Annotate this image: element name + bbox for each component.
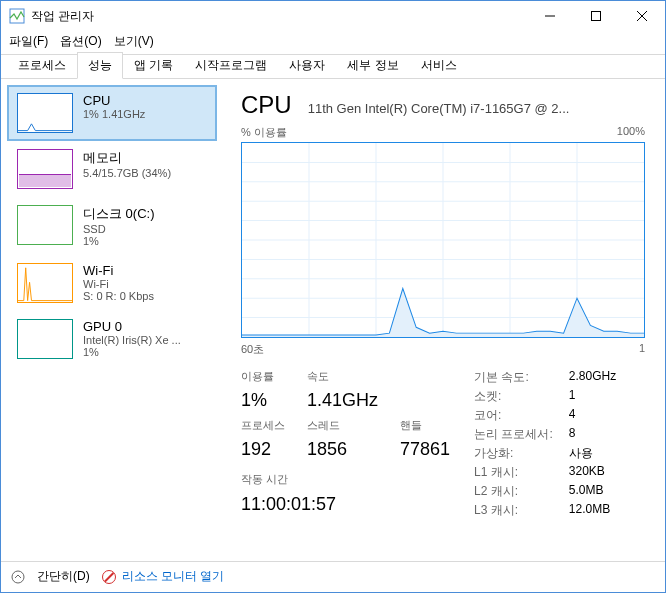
uptime-label: 작동 시간 — [241, 472, 450, 491]
sidebar-item-gpu[interactable]: GPU 0 Intel(R) Iris(R) Xe ... 1% — [7, 311, 217, 367]
cpu-model: 11th Gen Intel(R) Core(TM) i7-1165G7 @ 2… — [308, 101, 570, 116]
sidebar-mem-sub: 5.4/15.7GB (34%) — [83, 167, 207, 179]
sidebar-disk-sub1: SSD — [83, 223, 207, 235]
disk-thumb-icon — [17, 205, 73, 245]
handle-label: 핸들 — [400, 418, 450, 437]
sidebar-cpu-name: CPU — [83, 93, 207, 108]
menu-view[interactable]: 보기(V) — [114, 33, 154, 50]
minimize-button[interactable] — [527, 1, 573, 31]
sidebar-item-cpu[interactable]: CPU 1% 1.41GHz — [7, 85, 217, 141]
thread-value: 1856 — [307, 439, 378, 464]
util-value: 1% — [241, 390, 285, 415]
gpu-thumb-icon — [17, 319, 73, 359]
cores-key: 코어: — [474, 407, 553, 424]
app-icon — [9, 8, 25, 24]
chart-ymax: 100% — [617, 125, 645, 140]
resmon-icon — [102, 570, 116, 584]
cores-val: 4 — [569, 407, 616, 424]
sidebar-mem-name: 메모리 — [83, 149, 207, 167]
cpu-thumb-icon — [17, 93, 73, 133]
l3-key: L3 캐시: — [474, 502, 553, 519]
tab-processes[interactable]: 프로세스 — [7, 52, 77, 79]
svg-rect-1 — [592, 12, 601, 21]
basespeed-val: 2.80GHz — [569, 369, 616, 386]
speed-value: 1.41GHz — [307, 390, 378, 415]
virt-key: 가상화: — [474, 445, 553, 462]
l2-val: 5.0MB — [569, 483, 616, 500]
logical-key: 논리 프로세서: — [474, 426, 553, 443]
cpu-chart — [241, 142, 645, 338]
util-label: 이용률 — [241, 369, 285, 388]
resource-monitor-link[interactable]: 리소스 모니터 열기 — [122, 568, 225, 585]
svg-point-16 — [12, 571, 24, 583]
tab-app-history[interactable]: 앱 기록 — [123, 52, 184, 79]
tab-startup[interactable]: 시작프로그램 — [184, 52, 278, 79]
sidebar-disk-sub2: 1% — [83, 235, 207, 247]
chevron-up-icon — [11, 570, 25, 584]
titlebar: 작업 관리자 — [1, 1, 665, 31]
l2-key: L2 캐시: — [474, 483, 553, 500]
main-title: CPU — [241, 91, 292, 119]
memory-thumb-icon — [17, 149, 73, 189]
sidebar-item-memory[interactable]: 메모리 5.4/15.7GB (34%) — [7, 141, 217, 197]
sidebar-item-disk[interactable]: 디스크 0(C:) SSD 1% — [7, 197, 217, 255]
chart-xleft: 60초 — [241, 342, 264, 357]
l3-val: 12.0MB — [569, 502, 616, 519]
sockets-val: 1 — [569, 388, 616, 405]
sidebar-gpu-sub2: 1% — [83, 346, 207, 358]
sidebar-cpu-sub: 1% 1.41GHz — [83, 108, 207, 120]
logical-val: 8 — [569, 426, 616, 443]
thread-label: 스레드 — [307, 418, 378, 437]
sidebar-wifi-sub2: S: 0 R: 0 Kbps — [83, 290, 207, 302]
tab-performance[interactable]: 성능 — [77, 52, 123, 79]
tab-details[interactable]: 세부 정보 — [336, 52, 409, 79]
window-title: 작업 관리자 — [31, 8, 527, 25]
sidebar-item-wifi[interactable]: Wi-Fi Wi-Fi S: 0 R: 0 Kbps — [7, 255, 217, 311]
footer: 간단히(D) 리소스 모니터 열기 — [1, 561, 665, 591]
brief-button[interactable]: 간단히(D) — [37, 568, 90, 585]
tab-services[interactable]: 서비스 — [410, 52, 468, 79]
chart-xright: 1 — [639, 342, 645, 357]
main-panel: CPU 11th Gen Intel(R) Core(TM) i7-1165G7… — [217, 79, 665, 561]
menu-option[interactable]: 옵션(O) — [60, 33, 101, 50]
chart-ylabel: % 이용률 — [241, 125, 287, 140]
handle-value: 77861 — [400, 439, 450, 464]
speed-label: 속도 — [307, 369, 378, 388]
uptime-value: 11:00:01:57 — [241, 494, 450, 519]
maximize-button[interactable] — [573, 1, 619, 31]
close-button[interactable] — [619, 1, 665, 31]
proc-value: 192 — [241, 439, 285, 464]
tabs: 프로세스 성능 앱 기록 시작프로그램 사용자 세부 정보 서비스 — [1, 55, 665, 79]
sidebar-wifi-name: Wi-Fi — [83, 263, 207, 278]
sidebar: CPU 1% 1.41GHz 메모리 5.4/15.7GB (34%) 디스크 … — [1, 79, 217, 561]
sidebar-disk-name: 디스크 0(C:) — [83, 205, 207, 223]
menu-file[interactable]: 파일(F) — [9, 33, 48, 50]
l1-key: L1 캐시: — [474, 464, 553, 481]
tab-users[interactable]: 사용자 — [278, 52, 336, 79]
proc-label: 프로세스 — [241, 418, 285, 437]
sidebar-wifi-sub1: Wi-Fi — [83, 278, 207, 290]
l1-val: 320KB — [569, 464, 616, 481]
sidebar-gpu-name: GPU 0 — [83, 319, 207, 334]
sockets-key: 소켓: — [474, 388, 553, 405]
sidebar-gpu-sub1: Intel(R) Iris(R) Xe ... — [83, 334, 207, 346]
basespeed-key: 기본 속도: — [474, 369, 553, 386]
virt-val: 사용 — [569, 445, 616, 462]
wifi-thumb-icon — [17, 263, 73, 303]
